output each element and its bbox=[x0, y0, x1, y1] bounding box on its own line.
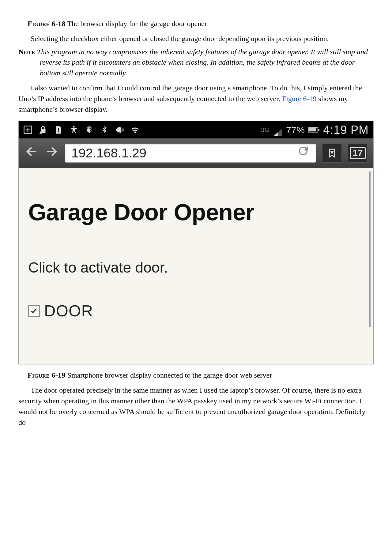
door-checkbox[interactable] bbox=[28, 305, 40, 317]
tabs-button[interactable]: 17 bbox=[348, 144, 368, 163]
smartphone-screenshot: 3G 77% 4:19 PM 192.168.1.29 1 bbox=[18, 121, 374, 364]
svg-rect-2 bbox=[58, 131, 59, 132]
svg-rect-5 bbox=[309, 128, 316, 131]
status-bar: 3G 77% 4:19 PM bbox=[19, 121, 373, 138]
clock: 4:19 PM bbox=[323, 122, 369, 138]
svg-rect-1 bbox=[58, 128, 59, 131]
scrollbar[interactable] bbox=[369, 171, 371, 327]
browser-toolbar: 192.168.1.29 17 bbox=[19, 138, 373, 168]
figure-6-18-text: The browser display for the garage door … bbox=[66, 20, 207, 28]
svg-point-3 bbox=[73, 126, 75, 128]
url-text: 192.168.1.29 bbox=[71, 144, 146, 163]
figure-6-19-caption: Figure 6-19 Smartphone browser display c… bbox=[18, 370, 374, 381]
vibrate-icon bbox=[115, 125, 124, 134]
door-checkbox-label: DOOR bbox=[44, 300, 93, 322]
hand-icon bbox=[85, 125, 94, 134]
wifi-icon bbox=[130, 125, 140, 134]
figure-6-19-link[interactable]: Figure 6-19 bbox=[282, 95, 317, 103]
network-type-label: 3G bbox=[261, 126, 270, 134]
note-label: Note bbox=[18, 48, 37, 56]
tabs-count: 17 bbox=[350, 147, 365, 159]
refresh-button[interactable] bbox=[297, 144, 310, 163]
figure-6-18-caption: Figure 6-18 The browser display for the … bbox=[18, 18, 374, 29]
page-heading: Garage Door Opener bbox=[28, 195, 364, 229]
webpage-viewport: Garage Door Opener Click to activate doo… bbox=[19, 168, 373, 364]
bookmark-button[interactable] bbox=[322, 144, 342, 163]
bluetooth-icon bbox=[100, 125, 109, 134]
note-text: This program in no way compromises the i… bbox=[37, 48, 368, 77]
note-block: Note This program in no way compromises … bbox=[18, 47, 374, 78]
body-paragraph-3: The door operated precisely in the same … bbox=[18, 385, 374, 428]
accessibility-icon bbox=[69, 125, 78, 134]
body-paragraph-1: Selecting the checkbox either opened or … bbox=[18, 33, 374, 44]
back-button[interactable] bbox=[24, 145, 39, 162]
battery-icon bbox=[308, 125, 319, 134]
figure-6-19-text: Smartphone browser display connected to … bbox=[66, 371, 272, 379]
add-tab-icon bbox=[23, 125, 32, 134]
signal-icon bbox=[273, 126, 282, 134]
forward-button[interactable] bbox=[45, 145, 59, 162]
svg-rect-6 bbox=[318, 129, 320, 131]
door-control-row: DOOR bbox=[28, 300, 364, 322]
body-paragraph-2: I also wanted to confirm that I could co… bbox=[18, 83, 374, 115]
figure-6-19-label: Figure 6-19 bbox=[28, 371, 66, 379]
url-bar[interactable]: 192.168.1.29 bbox=[65, 144, 316, 163]
battery-percentage: 77% bbox=[286, 123, 305, 137]
figure-6-18-label: Figure 6-18 bbox=[28, 20, 66, 28]
lock-alert-icon bbox=[39, 125, 48, 134]
sim-alert-icon bbox=[54, 125, 63, 134]
page-instruction: Click to activate door. bbox=[28, 257, 364, 278]
